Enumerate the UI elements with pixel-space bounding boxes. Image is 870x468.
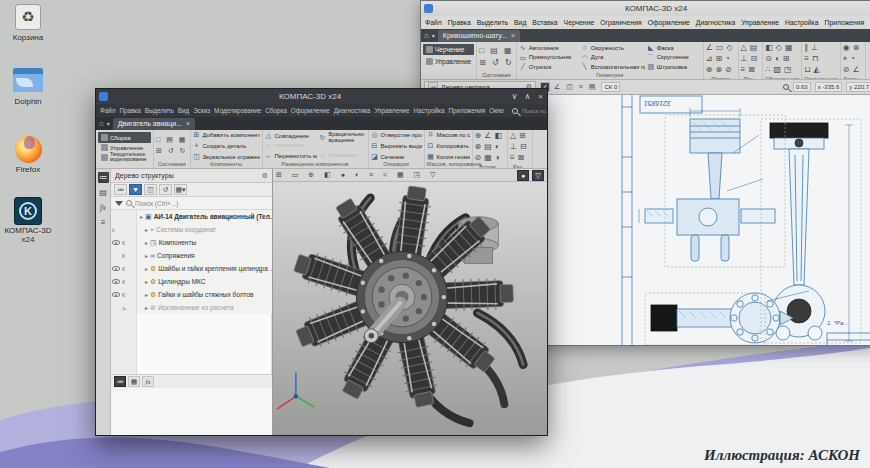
front-title-bar[interactable]: КОМПАС-3D x24 ∨ ∧ × — [96, 89, 547, 104]
expander-icon[interactable]: ▸ — [145, 304, 148, 311]
icon-grid-row[interactable]: ∥⊥ — [804, 43, 838, 52]
tree-item-excluded[interactable]: ⊾ ▸⊘Исключенные из расчета — [111, 301, 272, 314]
menu-manage[interactable]: Управление — [374, 107, 409, 114]
tool-simple-hole[interactable]: ◎Отверстие простое — [371, 131, 422, 138]
back-title-bar[interactable]: КОМПАС-3D x24 — [421, 1, 870, 16]
system-icons-row[interactable]: ⊞ ↺ ↻ — [156, 147, 188, 155]
command-search[interactable]: Поиск по командам (Alt+/) — [522, 108, 547, 114]
tool-move-component[interactable]: ↔Переместить компонент — [265, 152, 317, 159]
menu-modeling[interactable]: Моделирование — [214, 107, 261, 114]
grid-tab-icon[interactable]: ▦ — [128, 376, 140, 387]
expander-icon[interactable]: ▸ — [145, 291, 148, 298]
tool-cut-extrude[interactable]: ⊟Вырезать выдавливанием — [371, 142, 422, 149]
search-icon[interactable] — [512, 108, 518, 114]
tool-autoline[interactable]: ∿Автолиния — [519, 44, 579, 51]
menu-drawing[interactable]: Черчение — [564, 19, 595, 26]
desktop-icon-kompas[interactable]: K КОМПАС-3D x24 — [0, 197, 58, 245]
expander-icon[interactable]: ▸ — [145, 226, 148, 233]
tool-create-part[interactable]: +Создать деталь — [193, 142, 260, 149]
tree-item-coordinate-systems[interactable]: k ▸⌖Системы координат — [111, 223, 272, 236]
icon-grid-row[interactable]: ⊕⊗⊘ — [706, 65, 736, 74]
front-window-kompas-3d[interactable]: КОМПАС-3D x24 ∨ ∧ × Файл Правка Выделить… — [95, 88, 548, 436]
desktop-icon-trash[interactable]: ♻ Корзина — [0, 4, 58, 43]
icon-grid-row[interactable]: ◉⊗ — [843, 43, 863, 52]
tool-rotation-mate[interactable]: ↻Вращательно- вращение — [319, 132, 366, 143]
expander-icon[interactable]: ▸ — [145, 265, 148, 272]
tree-search-placeholder[interactable]: Поиск (Ctrl+...) — [135, 200, 178, 207]
tool-segment[interactable]: ╱Отрезок — [519, 63, 579, 70]
menu-manage[interactable]: Управление — [741, 19, 779, 26]
expander-icon[interactable]: ▸ — [145, 278, 148, 285]
viewport-toolbar-icons[interactable]: ⊞ ▭ ⊕ ◧ ● ◐ ≡ ⌗ ▦ ◳ ▽ — [276, 171, 440, 179]
icon-grid-row[interactable]: ⊕∠◧ — [475, 131, 505, 140]
eye-icon[interactable] — [112, 292, 120, 297]
tree-display-button[interactable]: ▦▾ — [174, 184, 187, 195]
desktop-icon-firefox[interactable]: Firefox — [0, 130, 58, 175]
icon-grid-row[interactable]: △⊞ — [510, 131, 530, 140]
tree-item-root[interactable]: ▸▣АИ-14 Двигатель авиационный (Тел... — [111, 210, 272, 223]
tree-filter-button[interactable]: ≔ — [114, 184, 127, 195]
minimize-button[interactable]: ∨ — [508, 90, 521, 103]
tree-item-nuts-washers-bolts[interactable]: € ▸⚙Гайки и шайбы стяжных болтов — [111, 288, 272, 301]
tool-construction-line[interactable]: ╲Вспомогательная прямая — [581, 63, 645, 70]
icon-grid-row[interactable]: △▤ — [741, 43, 761, 52]
tab-close-icon[interactable]: × — [186, 120, 190, 127]
tree-item-cylinders[interactable]: € ▸⚙Цилиндры МКС — [111, 275, 272, 288]
layers-icon[interactable]: ▤ — [98, 187, 109, 198]
tool-section[interactable]: ◪Сечение — [371, 153, 422, 160]
tool-circle[interactable]: ○Окружность — [581, 44, 645, 51]
menu-select[interactable]: Выделить — [477, 19, 508, 26]
icon-grid-row[interactable]: ⊗▤◐ — [475, 142, 505, 151]
tool-arc[interactable]: ◠Дуга — [581, 54, 645, 61]
menu-apps[interactable]: Приложения — [825, 19, 865, 26]
menu-edit[interactable]: Правка — [119, 107, 140, 114]
tree-structure-button[interactable]: ▼ — [129, 184, 142, 195]
tool-mirror-component[interactable]: ◫Зеркальное отражение ком... — [193, 153, 260, 160]
close-button[interactable]: × — [534, 90, 547, 103]
shading-mode-icon[interactable]: ● — [517, 170, 529, 181]
tool-coincidence[interactable]: △Совпадение — [265, 132, 317, 139]
tool-rectangle[interactable]: ▭Прямоугольник — [519, 54, 579, 61]
menu-sketch[interactable]: Эскиз — [193, 107, 210, 114]
tab-close-icon[interactable]: × — [511, 32, 515, 39]
icon-grid-row[interactable]: ◧◇▦ — [765, 43, 799, 52]
section-drawing[interactable]: Черчение — [423, 44, 474, 55]
icon-grid-row[interactable]: ∠▭◇ — [706, 43, 736, 52]
fx-tab-icon[interactable]: fx — [142, 376, 154, 387]
tree-item-mates[interactable]: € ▸∞Сопряжения — [111, 249, 272, 262]
home-icon[interactable]: ⌂ — [424, 31, 429, 40]
icon-grid-row[interactable]: ≡⊓ — [804, 54, 838, 63]
menu-layout[interactable]: Оформление — [291, 107, 330, 114]
filter-icon[interactable]: ▽ — [532, 170, 544, 181]
maximize-button[interactable]: ∧ — [521, 90, 534, 103]
tree-search-row[interactable]: Поиск (Ctrl+...) — [111, 197, 272, 210]
eye-icon[interactable] — [112, 266, 120, 271]
icon-grid-row[interactable]: ⊥⊟ — [741, 54, 761, 63]
system-icons-row[interactable]: □ ▤ ▦ — [479, 46, 514, 56]
menu-edit[interactable]: Правка — [448, 19, 471, 26]
3d-viewport[interactable] — [273, 182, 547, 435]
tool-grid-array[interactable]: ⠿Массив по сетке — [427, 131, 470, 138]
drawing-canvas[interactable]: 3216851 1. *Ра... — [527, 95, 870, 345]
tab-list-chevron-icon[interactable]: ▾ — [432, 32, 435, 39]
menu-file[interactable]: Файл — [100, 107, 115, 114]
tab-engine-assembly[interactable]: Двигатель авиаци... × — [113, 118, 195, 130]
menu-apps[interactable]: Приложения — [448, 107, 485, 114]
menu-diagnostics[interactable]: Диагностика — [334, 107, 371, 114]
hamburger-icon[interactable]: ≡ — [98, 217, 109, 228]
filter-funnel-icon[interactable] — [115, 201, 123, 206]
tab-crank-drawing[interactable]: Кривошипно-шату... × — [438, 30, 520, 42]
menu-insert[interactable]: Вставка — [532, 19, 557, 26]
menu-constraints[interactable]: Ограничения — [600, 19, 641, 26]
home-icon[interactable]: ⌂ — [99, 119, 104, 128]
icon-grid-row[interactable]: ≡⊠ — [510, 153, 530, 162]
coordinate-system-value[interactable]: СК 0 — [601, 82, 620, 92]
menu-window[interactable]: Окно — [489, 107, 504, 114]
icon-grid-row[interactable]: ⊙◐⊞ — [765, 54, 799, 63]
menu-assembly[interactable]: Сборка — [265, 107, 287, 114]
tree-item-washers-nuts-cylinder[interactable]: € ▸⚙Шайбы и гайки крепления цилиндра ... — [111, 262, 272, 275]
system-icons-row[interactable]: □ ▤ ▦ — [156, 136, 188, 144]
expander-icon[interactable]: ▸ — [145, 239, 148, 246]
tool-fillet[interactable]: ⌒Скругление — [647, 54, 700, 61]
tool-chamfer[interactable]: ◣Фаска — [647, 44, 700, 51]
